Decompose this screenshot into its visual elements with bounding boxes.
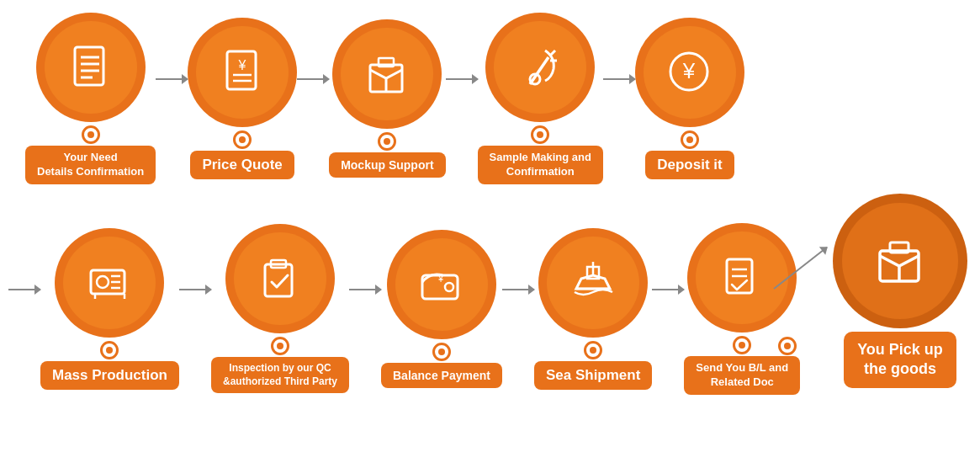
lead-arrow [8,289,40,290]
arrow-4 [603,78,635,80]
svg-rect-25 [265,264,292,296]
price-icon: ¥ [215,45,270,99]
arrow-5 [179,289,211,290]
arrow-2 [297,78,329,80]
svg-text:¥: ¥ [437,274,444,284]
label-pick-up: You Pick upthe goods [844,332,956,388]
label-deposit: Deposit it [645,151,734,179]
step-balance-payment: ¥ Balance Payment [381,230,502,388]
step-sea-shipment: Sea Shipment [534,228,652,390]
arrow-6 [349,289,381,290]
arrow-7 [502,289,534,290]
wallet-icon: ¥ [414,257,469,311]
step-mass-production: Mass Production [40,228,179,390]
step-sample-making: Sample Making andConfirmation [478,13,603,184]
step-related-doc: Send You B/L andRelated Doc [684,223,800,395]
label-related-doc: Send You B/L andRelated Doc [684,356,800,395]
dot-diagonal [778,337,797,355]
arrow-1 [156,78,188,80]
box-open-icon [866,227,934,295]
label-price-quote: Price Quote [190,151,294,179]
doc-check-icon [715,251,770,306]
svg-point-19 [97,276,109,288]
svg-rect-0 [75,47,103,85]
svg-point-28 [445,283,453,291]
step-your-need: Your NeedDetails Confirmation [25,13,156,184]
label-sea-shipment: Sea Shipment [534,361,652,390]
step-deposit: ¥ Deposit it [635,18,744,179]
document-icon [63,40,118,95]
label-mockup-support: Mockup Support [329,152,445,178]
label-sample-making: Sample Making andConfirmation [478,146,603,184]
step-mockup-support: Mockup Support [329,19,445,178]
label-balance-payment: Balance Payment [381,363,502,388]
arrow-3 [446,78,478,80]
svg-line-14 [550,51,555,56]
label-your-need: Your NeedDetails Confirmation [25,146,156,184]
yen-circle-icon: ¥ [662,45,717,99]
wrench-icon [513,40,568,95]
box-icon [360,46,415,101]
svg-text:¥: ¥ [237,58,246,72]
sewing-icon [82,255,137,310]
flow-container: Your NeedDetails Confirmation ¥ [0,0,980,463]
label-mass-production: Mass Production [40,361,179,390]
clipboard-icon [252,252,307,306]
arrow-8 [652,289,684,290]
ship-icon [566,255,621,310]
step-pick-up: You Pick upthe goods [833,194,967,388]
step-price-quote: ¥ Price Quote [188,18,297,179]
svg-text:¥: ¥ [682,58,696,83]
step-inspection: Inspection by our QC&authorized Third Pa… [211,224,349,393]
label-inspection: Inspection by our QC&authorized Third Pa… [211,357,349,393]
